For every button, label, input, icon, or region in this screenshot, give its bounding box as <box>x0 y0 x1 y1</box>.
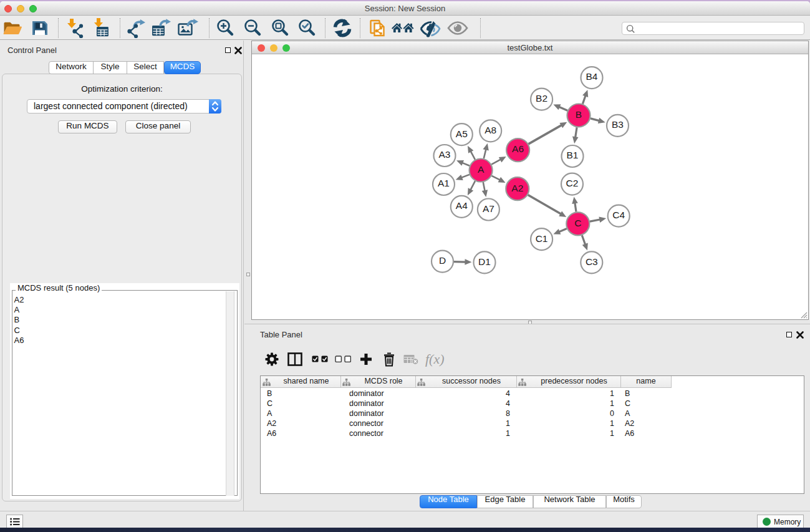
svg-text:D1: D1 <box>478 256 491 267</box>
svg-text:A6: A6 <box>512 143 524 154</box>
svg-text:B: B <box>576 109 582 120</box>
svg-text:A8: A8 <box>485 125 496 135</box>
svg-text:C4: C4 <box>612 210 625 220</box>
svg-text:A4: A4 <box>456 200 468 211</box>
svg-text:A1: A1 <box>438 178 450 188</box>
svg-text:A5: A5 <box>456 128 468 139</box>
svg-text:A2: A2 <box>511 183 523 193</box>
svg-text:A: A <box>478 164 485 175</box>
svg-text:A7: A7 <box>483 203 494 214</box>
svg-text:C: C <box>574 218 581 228</box>
svg-text:D: D <box>439 255 446 266</box>
svg-text:B4: B4 <box>586 71 598 82</box>
svg-text:C3: C3 <box>586 256 598 267</box>
svg-text:B1: B1 <box>567 150 579 160</box>
svg-text:B2: B2 <box>536 93 547 104</box>
svg-text:C1: C1 <box>536 233 548 244</box>
svg-text:B3: B3 <box>612 119 624 130</box>
svg-text:A3: A3 <box>439 149 451 160</box>
svg-text:C2: C2 <box>566 178 579 188</box>
